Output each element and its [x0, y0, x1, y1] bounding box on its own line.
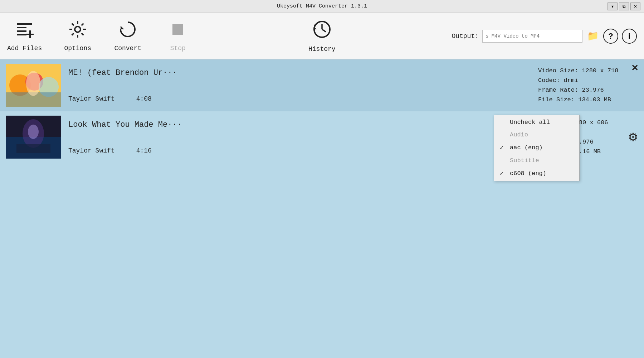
- restore-button[interactable]: ⧉: [619, 3, 629, 10]
- codec-1: Codec: drmi: [538, 77, 631, 84]
- output-label: Output:: [452, 33, 479, 40]
- svg-marker-20: [314, 27, 317, 29]
- file-title-2: Look What You Made Me···: [68, 120, 513, 129]
- history-label: History: [308, 45, 336, 53]
- uncheck-all-item[interactable]: Uncheck all: [494, 115, 579, 129]
- file-meta-1: Video Size: 1280 x 718 Codec: drmi Frame…: [538, 67, 631, 103]
- empty-drop-area: [0, 163, 644, 358]
- thumbnail-2: [6, 116, 61, 159]
- add-files-button[interactable]: Add Files: [7, 20, 42, 52]
- svg-rect-16: [172, 24, 183, 35]
- settings-button-2[interactable]: ⚙: [628, 130, 638, 144]
- add-files-icon: [16, 20, 34, 42]
- close-row-1-button[interactable]: ✕: [631, 63, 638, 73]
- browse-folder-button[interactable]: 📁: [586, 30, 600, 43]
- output-area: Output: 📁 ? i: [452, 29, 637, 44]
- video-size-1: Video Size: 1280 x 718: [538, 67, 631, 74]
- close-button[interactable]: ✕: [630, 3, 640, 10]
- svg-line-13: [82, 23, 84, 25]
- file-artist-1: Taylor Swift: [68, 95, 115, 102]
- toolbar: Add Files Options: [0, 13, 644, 59]
- convert-label: Convert: [114, 45, 141, 52]
- info-button[interactable]: i: [622, 29, 637, 44]
- app-title: Ukeysoft M4V Converter 1.3.1: [277, 3, 367, 9]
- options-label: Options: [64, 45, 91, 52]
- history-button[interactable]: History: [308, 20, 336, 53]
- history-icon: [312, 20, 332, 43]
- file-title-1: ME! (feat Brendon Ur···: [68, 68, 524, 77]
- svg-marker-15: [121, 26, 124, 29]
- add-files-label: Add Files: [7, 45, 42, 52]
- svg-point-26: [26, 71, 40, 96]
- file-artist-2: Taylor Swift: [68, 147, 115, 154]
- convert-button[interactable]: Convert: [113, 20, 142, 52]
- file-info-1: ME! (feat Brendon Ur··· Taylor Swift 4:0…: [61, 68, 524, 102]
- svg-point-6: [75, 26, 80, 32]
- stop-icon: [169, 20, 187, 42]
- file-duration-2: 4:16: [136, 147, 152, 154]
- table-row: ME! (feat Brendon Ur··· Taylor Swift 4:0…: [0, 59, 644, 111]
- svg-point-30: [28, 125, 39, 139]
- svg-line-12: [82, 33, 84, 35]
- minimize-button[interactable]: ▾: [608, 3, 618, 10]
- file-list: ME! (feat Brendon Ur··· Taylor Swift 4:0…: [0, 59, 644, 358]
- options-button[interactable]: Options: [63, 20, 92, 52]
- output-input[interactable]: [482, 30, 582, 43]
- audio-track-item[interactable]: ✓ aac (eng): [494, 140, 579, 155]
- svg-line-19: [322, 29, 326, 32]
- track-dropdown-menu: Uncheck all Audio ✓ aac (eng) Subtitle ✓…: [494, 115, 580, 181]
- window-controls: ▾ ⧉ ✕: [608, 3, 640, 10]
- file-size-1: File Size: 134.03 MB: [538, 96, 631, 103]
- options-icon: [69, 20, 87, 42]
- help-button[interactable]: ?: [603, 29, 618, 44]
- title-bar: Ukeysoft M4V Converter 1.3.1 ▾ ⧉ ✕: [0, 0, 644, 13]
- stop-label: Stop: [170, 45, 186, 52]
- frame-rate-1: Frame Rate: 23.976: [538, 87, 631, 93]
- svg-rect-31: [16, 144, 50, 153]
- svg-line-11: [72, 23, 74, 25]
- audio-section-header: Audio: [494, 129, 579, 140]
- convert-icon: [119, 20, 137, 42]
- svg-line-14: [72, 33, 74, 35]
- file-info-2: Look What You Made Me··· Taylor Swift 4:…: [61, 120, 513, 154]
- stop-button[interactable]: Stop: [164, 20, 192, 52]
- file-duration-1: 4:08: [136, 95, 152, 102]
- thumbnail-1: [6, 64, 61, 107]
- file-actions-2: ⚙: [628, 130, 638, 144]
- subtitle-track-item[interactable]: ✓ c608 (eng): [494, 166, 579, 181]
- subtitle-section-header: Subtitle: [494, 155, 579, 166]
